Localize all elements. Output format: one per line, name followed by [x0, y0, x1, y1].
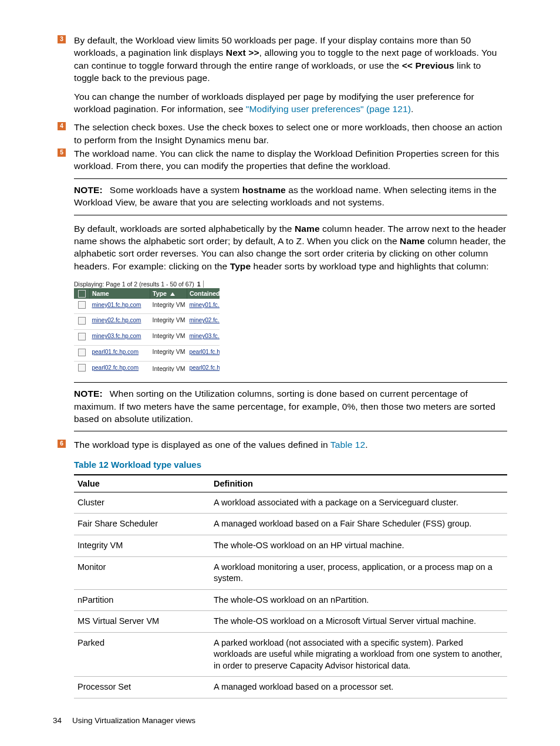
definition-cell: The whole-OS workload on an nPartition.	[210, 589, 507, 611]
paragraph: The workload type is displayed as one of…	[74, 438, 507, 451]
link-modifying-user-preferences[interactable]: "Modifying user preferences" (page 121)	[246, 104, 411, 114]
workload-type: Integrity VM	[153, 301, 185, 308]
workload-type: Integrity VM	[153, 332, 185, 339]
callout-badge-6: 6	[58, 440, 66, 448]
callout-badge-4: 4	[58, 122, 66, 130]
row-checkbox[interactable]	[78, 317, 86, 325]
table-row: miney02.fc.hp.com Integrity VM miney02.f…	[74, 314, 220, 330]
divider	[74, 382, 507, 383]
value-cell: nPartition	[74, 589, 210, 611]
workload-name-link[interactable]: miney02.fc.hp.com	[92, 317, 141, 323]
note-label: NOTE:	[74, 185, 103, 195]
table-row: Processor SetA managed workload based on…	[74, 677, 507, 698]
column-header-contained[interactable]: Contained I	[187, 288, 220, 299]
column-header-definition: Definition	[210, 475, 507, 492]
column-header-type[interactable]: Type	[150, 288, 187, 299]
divider	[74, 178, 507, 179]
link-table-12[interactable]: Table 12	[330, 440, 365, 450]
workload-name-link[interactable]: miney03.fc.hp.com	[92, 333, 141, 339]
table-12-title: Table 12 Workload type values	[74, 460, 507, 470]
paragraph: By default, the Workload view limits 50 …	[74, 34, 507, 85]
value-cell: Parked	[74, 632, 210, 677]
paragraph: You can change the number of workloads d…	[74, 90, 507, 116]
row-checkbox[interactable]	[78, 301, 86, 309]
note-label: NOTE:	[74, 389, 103, 399]
definition-cell: A parked workload (not associated with a…	[210, 632, 507, 677]
definition-cell: The whole-OS workload on a Microsoft Vir…	[210, 611, 507, 633]
callout-6: 6 The workload type is displayed as one …	[58, 438, 507, 698]
workload-type: Integrity VM	[153, 366, 185, 372]
contained-link[interactable]: miney02.fc.hp.	[190, 317, 220, 323]
table-row: miney01.fc.hp.com Integrity VM miney01.f…	[74, 299, 220, 314]
contained-link[interactable]: pearl01.fc.hp.c	[190, 349, 220, 355]
workload-name-link[interactable]: miney01.fc.hp.com	[92, 302, 141, 308]
contained-link[interactable]: miney03.fc.hp.	[190, 333, 220, 339]
definition-cell: A managed workload based on a processor …	[210, 677, 507, 698]
page: 3 By default, the Workload view limits 5…	[0, 0, 560, 746]
value-cell: Monitor	[74, 556, 210, 589]
select-all-header[interactable]	[74, 288, 90, 299]
paragraph: By default, workloads are sorted alphabe…	[74, 222, 507, 273]
note-text: NOTE:Some workloads have a system hostna…	[74, 184, 507, 209]
definition-cell: The whole-OS workload on an HP virtual m…	[210, 535, 507, 556]
table-row: MonitorA workload monitoring a user, pro…	[74, 556, 507, 589]
callout-badge-5: 5	[58, 148, 66, 157]
workload-table: Name Type Contained I miney01.fc.hp.com …	[74, 288, 220, 372]
table-row: ParkedA parked workload (not associated …	[74, 632, 507, 677]
bold-hostname: hostname	[242, 185, 286, 195]
workload-screenshot: Displaying: Page 1 of 2 (results 1 - 50 …	[74, 281, 220, 372]
column-header-name[interactable]: Name	[90, 288, 150, 299]
bold-previous: << Previous	[402, 60, 454, 70]
definition-cell: A workload associated with a package on …	[210, 492, 507, 514]
divider	[74, 215, 507, 215]
table-row: Fair Share SchedulerA managed workload b…	[74, 514, 507, 535]
page-number: 34	[53, 716, 62, 725]
workload-pagination-caption: Displaying: Page 1 of 2 (results 1 - 50 …	[74, 281, 220, 288]
contained-link[interactable]: miney01.fc.hp.	[190, 302, 220, 308]
table-row: ClusterA workload associated with a pack…	[74, 492, 507, 514]
sort-arrow-icon	[170, 292, 175, 296]
paragraph: The workload name. You can click the nam…	[74, 147, 507, 173]
page-footer: 34Using Virtualization Manager views	[53, 716, 195, 725]
row-checkbox[interactable]	[78, 364, 86, 372]
value-cell: Integrity VM	[74, 535, 210, 556]
table-row: pearl02.fc.hp.com Integrity VM pearl02.f…	[74, 361, 220, 372]
value-cell: Cluster	[74, 492, 210, 514]
table-row: Integrity VMThe whole-OS workload on an …	[74, 535, 507, 556]
row-checkbox[interactable]	[78, 333, 86, 340]
workload-type: Integrity VM	[153, 348, 185, 355]
workload-name-link[interactable]: pearl02.fc.hp.com	[92, 364, 139, 371]
table-row: miney03.fc.hp.com Integrity VM miney03.f…	[74, 330, 220, 346]
content-column: 3 By default, the Workload view limits 5…	[74, 34, 507, 698]
note-text: NOTE:When sorting on the Utilization col…	[74, 387, 507, 425]
note-block: NOTE:When sorting on the Utilization col…	[74, 387, 507, 425]
workload-type: Integrity VM	[153, 316, 185, 323]
column-header-value: Value	[74, 475, 210, 492]
callout-3: 3 By default, the Workload view limits 5…	[58, 34, 507, 115]
callout-5: 5 The workload name. You can click the n…	[58, 147, 507, 173]
page-number: 1	[196, 281, 204, 288]
value-cell: MS Virtual Server VM	[74, 611, 210, 633]
table-12: Value Definition ClusterA workload assoc…	[74, 474, 507, 698]
callout-badge-3: 3	[58, 35, 66, 43]
definition-cell: A managed workload based on a Fair Share…	[210, 514, 507, 535]
row-checkbox[interactable]	[78, 349, 86, 356]
table-row: MS Virtual Server VMThe whole-OS workloa…	[74, 611, 507, 633]
contained-link[interactable]: pearl02.fc.hp.c	[190, 364, 220, 371]
divider	[74, 431, 507, 431]
table-row: nPartitionThe whole-OS workload on an nP…	[74, 589, 507, 611]
table-row: pearl01.fc.hp.com Integrity VM pearl01.f…	[74, 345, 220, 361]
paragraph: The selection check boxes. Use the check…	[74, 121, 507, 146]
note-block: NOTE:Some workloads have a system hostna…	[74, 184, 507, 209]
value-cell: Fair Share Scheduler	[74, 514, 210, 535]
callout-4: 4 The selection check boxes. Use the che…	[58, 121, 507, 146]
footer-title: Using Virtualization Manager views	[72, 716, 195, 725]
workload-name-link[interactable]: pearl01.fc.hp.com	[92, 349, 139, 355]
definition-cell: A workload monitoring a user, process, a…	[210, 556, 507, 589]
value-cell: Processor Set	[74, 677, 210, 698]
bold-next: Next >>	[226, 48, 259, 58]
